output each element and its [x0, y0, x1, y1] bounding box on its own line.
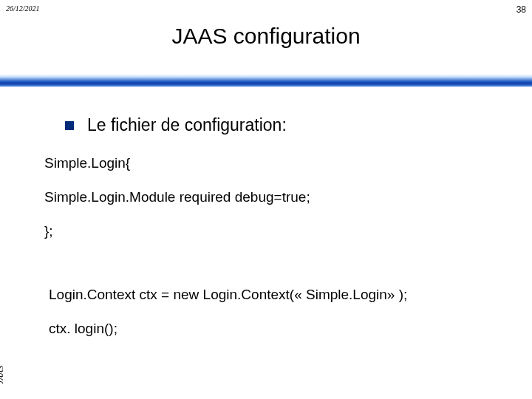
side-label: JAAS: [0, 365, 4, 384]
square-bullet-icon: [65, 121, 74, 130]
slide-title: JAAS configuration: [0, 24, 532, 49]
config-line-1: Simple.Login{: [44, 155, 130, 171]
title-separator-band: [0, 74, 532, 87]
header-date: 26/12/2021: [6, 4, 40, 13]
java-line-2: ctx. login();: [49, 321, 117, 337]
bullet-item: Le fichier de configuration:: [65, 115, 287, 135]
header-page-number: 38: [516, 4, 526, 15]
java-line-1: Login.Context ctx = new Login.Context(« …: [49, 287, 407, 303]
config-line-3: };: [44, 223, 53, 239]
bullet-text: Le fichier de configuration:: [87, 115, 287, 135]
config-line-2: Simple.Login.Module required debug=true;: [44, 189, 310, 205]
